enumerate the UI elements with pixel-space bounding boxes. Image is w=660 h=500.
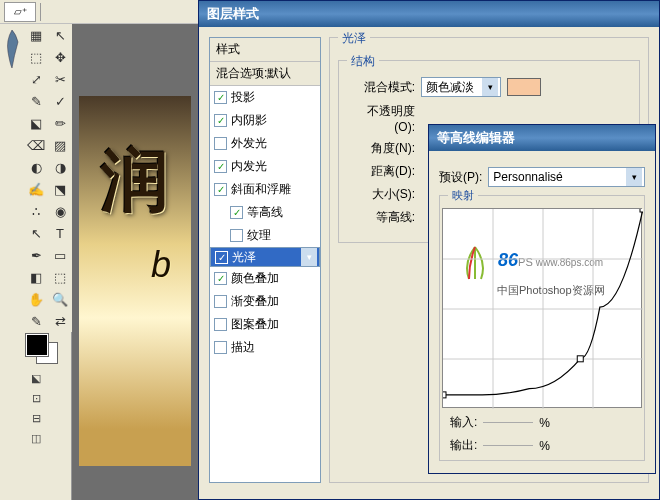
feather-icon: [2, 28, 22, 70]
style-item-3[interactable]: ✓内发光: [210, 155, 320, 178]
tool-24[interactable]: ✋: [24, 288, 48, 310]
tool-4[interactable]: ⤢: [24, 68, 48, 90]
style-label: 内发光: [231, 158, 267, 175]
contour-title: 等高线编辑器: [429, 125, 655, 151]
style-label: 等高线: [247, 204, 283, 221]
pct: %: [539, 439, 550, 453]
tool-7[interactable]: ✓: [48, 90, 72, 112]
style-checkbox[interactable]: [214, 341, 227, 354]
svg-rect-7: [577, 356, 583, 362]
toolbox: ▦↖⬚✥⤢✂✎✓⬕✏⌫▨◐◑✍⬔∴◉↖T✒▭◧⬚✋🔍✎⇄ ⬕⊡⊟◫: [24, 24, 72, 500]
svg-rect-8: [640, 209, 643, 212]
style-checkbox[interactable]: ✓: [215, 251, 228, 264]
style-label: 颜色叠加: [231, 270, 279, 287]
dialog-title: 图层样式: [199, 1, 659, 27]
styles-header[interactable]: 样式: [210, 38, 320, 62]
tool-2[interactable]: ⬚: [24, 46, 48, 68]
tool-15[interactable]: ⬔: [48, 178, 72, 200]
tool-10[interactable]: ⌫: [24, 134, 48, 156]
style-item-8[interactable]: ✓颜色叠加: [210, 267, 320, 290]
style-item-11[interactable]: 描边: [210, 336, 320, 359]
style-checkbox[interactable]: ✓: [214, 160, 227, 173]
style-checkbox[interactable]: ✓: [214, 114, 227, 127]
mapping-title: 映射: [448, 188, 478, 203]
tool-21[interactable]: ▭: [48, 244, 72, 266]
style-item-2[interactable]: 外发光: [210, 132, 320, 155]
tool-16[interactable]: ∴: [24, 200, 48, 222]
tool-12[interactable]: ◐: [24, 156, 48, 178]
style-label: 内阴影: [231, 112, 267, 129]
mode-0[interactable]: ⬕: [24, 368, 48, 388]
contour-editor-dialog: 等高线编辑器 预设(P): Personnalisé 映射 86PS www.8…: [428, 124, 656, 474]
style-label: 光泽: [232, 249, 256, 266]
style-item-1[interactable]: ✓内阴影: [210, 109, 320, 132]
style-item-0[interactable]: ✓投影: [210, 86, 320, 109]
tool-0[interactable]: ▦: [24, 24, 48, 46]
style-item-9[interactable]: 渐变叠加: [210, 290, 320, 313]
style-item-4[interactable]: ✓斜面和浮雕: [210, 178, 320, 201]
tool-9[interactable]: ✏: [48, 112, 72, 134]
preset-label: 预设(P):: [439, 169, 482, 186]
tool-27[interactable]: ⇄: [48, 310, 72, 332]
style-checkbox[interactable]: ✓: [214, 183, 227, 196]
style-item-7[interactable]: ✓光泽: [210, 247, 320, 267]
canvas: 润 b: [72, 24, 198, 500]
tool-18[interactable]: ↖: [24, 222, 48, 244]
style-label: 图案叠加: [231, 316, 279, 333]
structure-title: 结构: [347, 53, 379, 70]
style-item-6[interactable]: 纹理: [210, 224, 320, 247]
canvas-text: 润: [101, 136, 169, 227]
style-label: 渐变叠加: [231, 293, 279, 310]
pct: %: [539, 416, 550, 430]
tool-22[interactable]: ◧: [24, 266, 48, 288]
fg-swatch[interactable]: [26, 334, 48, 356]
style-checkbox[interactable]: [214, 137, 227, 150]
curve-editor[interactable]: 86PS www.86ps.com 中国Photoshop资源网: [442, 208, 642, 408]
tool-6[interactable]: ✎: [24, 90, 48, 112]
svg-rect-6: [443, 392, 446, 398]
mode-2[interactable]: ⊟: [24, 408, 48, 428]
tool-14[interactable]: ✍: [24, 178, 48, 200]
tool-25[interactable]: 🔍: [48, 288, 72, 310]
blend-mode-select[interactable]: 颜色减淡: [421, 77, 501, 97]
style-checkbox[interactable]: ✓: [230, 206, 243, 219]
selection-mode[interactable]: ▱⁺: [4, 2, 36, 22]
style-checkbox[interactable]: [230, 229, 243, 242]
blend-options-header[interactable]: 混合选项:默认: [210, 62, 320, 86]
style-item-5[interactable]: ✓等高线: [210, 201, 320, 224]
tool-20[interactable]: ✒: [24, 244, 48, 266]
output-label: 输出:: [450, 437, 477, 454]
tool-5[interactable]: ✂: [48, 68, 72, 90]
tool-19[interactable]: T: [48, 222, 72, 244]
tool-23[interactable]: ⬚: [48, 266, 72, 288]
style-checkbox[interactable]: ✓: [214, 272, 227, 285]
size-label: 大小(S):: [347, 186, 415, 203]
color-swatches[interactable]: [24, 332, 71, 368]
input-value[interactable]: [483, 422, 533, 423]
preset-select[interactable]: Personnalisé: [488, 167, 645, 187]
style-label: 描边: [231, 339, 255, 356]
tool-17[interactable]: ◉: [48, 200, 72, 222]
tool-13[interactable]: ◑: [48, 156, 72, 178]
tool-3[interactable]: ✥: [48, 46, 72, 68]
style-label: 纹理: [247, 227, 271, 244]
style-checkbox[interactable]: [214, 295, 227, 308]
contour-label: 等高线:: [347, 209, 415, 226]
output-value[interactable]: [483, 445, 533, 446]
style-checkbox[interactable]: [214, 318, 227, 331]
tool-11[interactable]: ▨: [48, 134, 72, 156]
tool-26[interactable]: ✎: [24, 310, 48, 332]
style-label: 投影: [231, 89, 255, 106]
style-checkbox[interactable]: ✓: [214, 91, 227, 104]
opacity-label: 不透明度(O):: [347, 103, 415, 134]
tool-8[interactable]: ⬕: [24, 112, 48, 134]
panel-title: 光泽: [338, 30, 370, 47]
mode-1[interactable]: ⊡: [24, 388, 48, 408]
mode-3[interactable]: ◫: [24, 428, 48, 448]
style-item-10[interactable]: 图案叠加: [210, 313, 320, 336]
tool-1[interactable]: ↖: [48, 24, 72, 46]
satin-color-swatch[interactable]: [507, 78, 541, 96]
style-label: 外发光: [231, 135, 267, 152]
canvas-subtext: b: [151, 244, 171, 286]
blend-mode-label: 混合模式:: [347, 79, 415, 96]
